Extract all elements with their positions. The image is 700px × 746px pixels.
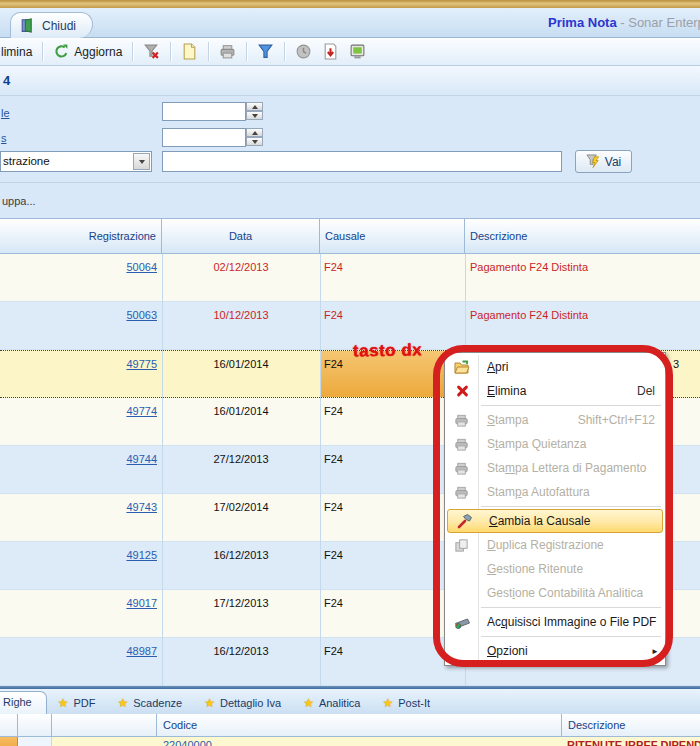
- monitor-button[interactable]: [344, 41, 371, 62]
- page-title: 4: [3, 73, 10, 88]
- registration-link[interactable]: 49775: [0, 358, 157, 370]
- filter-input-2[interactable]: [162, 128, 246, 147]
- filter-input-1[interactable]: [162, 102, 246, 121]
- group-by-text: uppa...: [2, 195, 36, 207]
- filter-button[interactable]: [252, 41, 279, 62]
- star-icon: ★: [303, 697, 314, 709]
- table-row[interactable]: 50064 02/12/2013 F24 Pagamento F24 Disti…: [0, 254, 700, 302]
- tab-pdf[interactable]: ★ PDF: [47, 693, 107, 714]
- spinner-down-icon[interactable]: [246, 111, 263, 120]
- print-button: [214, 41, 241, 62]
- toolbar-separator: [42, 42, 43, 61]
- export-pdf-button[interactable]: [317, 41, 344, 62]
- tab-dettaglio-iva[interactable]: ★ Dettaglio Iva: [193, 693, 292, 714]
- new-document-icon: [181, 43, 198, 60]
- filter-label-2[interactable]: s: [1, 132, 7, 144]
- door-icon: [19, 17, 36, 34]
- subgrid-descrizione: RITENUTE IRPEF DIPENDENTI: [567, 739, 700, 746]
- column-header-descrizione[interactable]: Descrizione: [465, 219, 700, 253]
- bottom-tab-bar: Righe ★ PDF ★ Scadenze ★ Dettaglio Iva ★…: [0, 689, 700, 714]
- aggiorna-button[interactable]: Aggiorna: [48, 41, 127, 62]
- subgrid-empty-header: [18, 714, 52, 736]
- subgrid-header-descrizione[interactable]: Descrizione: [562, 714, 700, 736]
- registration-link[interactable]: 50063: [0, 309, 157, 321]
- row-indicator: [0, 737, 18, 746]
- refresh-icon: [53, 43, 70, 60]
- registration-link[interactable]: 49743: [0, 501, 157, 513]
- context-menu: Apri Elimina Del Stampa Shift+Ctrl+F12: [444, 352, 666, 666]
- spinner-up-icon[interactable]: [246, 128, 263, 137]
- tab-analitica[interactable]: ★ Analitica: [292, 693, 371, 714]
- group-by-bar[interactable]: uppa...: [0, 182, 700, 218]
- registration-link[interactable]: 48987: [0, 645, 157, 657]
- toolbar: limina Aggiorna: [0, 38, 700, 66]
- filter-spinner-2[interactable]: [246, 128, 263, 147]
- clear-filter-icon: [143, 43, 160, 60]
- printer-icon: [454, 485, 469, 500]
- star-icon: ★: [204, 697, 215, 709]
- window-top-strip: [0, 0, 700, 8]
- registration-link[interactable]: 49744: [0, 453, 157, 465]
- dropdown-arrow-icon[interactable]: [133, 153, 150, 170]
- prima-nota-window: Chiudi Prima Nota - Sonar Enterp limina …: [0, 0, 700, 746]
- column-header-data[interactable]: Data: [162, 219, 320, 253]
- menu-item-stampa-lettera: Stampa Lettera di Pagamento: [445, 456, 665, 480]
- elimina-button[interactable]: limina: [0, 43, 37, 61]
- menu-item-apri[interactable]: Apri: [445, 355, 665, 379]
- registration-link[interactable]: 50064: [0, 261, 157, 273]
- menu-item-gestione-contabilita-analitica: Gestione Contabilità Analitica: [445, 581, 665, 605]
- subgrid-header-codice[interactable]: Codice: [157, 714, 562, 736]
- search-field-dropdown[interactable]: strazione: [0, 151, 152, 172]
- grid-header: Registrazione Data Causale Descrizione: [0, 218, 700, 254]
- vai-filter-bolt-icon: [586, 154, 601, 169]
- export-pdf-icon: [322, 43, 339, 60]
- close-tab-label: Chiudi: [42, 19, 76, 33]
- vai-button[interactable]: Vai: [575, 150, 632, 173]
- column-header-registrazione[interactable]: Registrazione: [0, 219, 162, 253]
- new-document-button[interactable]: [176, 41, 203, 62]
- registration-link[interactable]: 49017: [0, 597, 157, 609]
- menu-item-elimina[interactable]: Elimina Del: [445, 379, 665, 403]
- tab-post-it[interactable]: ★ Post-It: [371, 693, 441, 714]
- menu-item-opzioni[interactable]: Opzioni ►: [445, 639, 665, 663]
- registration-link[interactable]: 49125: [0, 549, 157, 561]
- menu-item-duplica-registrazione: Duplica Registrazione: [445, 533, 665, 557]
- spinner-down-icon[interactable]: [246, 137, 263, 146]
- filter-panel: le s strazione Vai: [0, 96, 700, 182]
- submenu-arrow-icon: ►: [651, 647, 659, 656]
- tab-scadenze[interactable]: ★ Scadenze: [107, 693, 194, 714]
- registration-link[interactable]: 49774: [0, 405, 157, 417]
- titlebar: Chiudi Prima Nota - Sonar Enterp: [0, 8, 700, 38]
- delete-icon: [455, 384, 469, 398]
- app-title-sub: - Sonar Enterp: [620, 15, 700, 30]
- printer-icon: [454, 413, 469, 428]
- toolbar-separator: [246, 42, 247, 61]
- menu-item-stampa: Stampa Shift+Ctrl+F12: [445, 408, 665, 432]
- open-folder-icon: [454, 359, 470, 375]
- menu-separator: [481, 506, 661, 507]
- dropdown-value: strazione: [3, 155, 50, 167]
- star-icon: ★: [118, 697, 129, 709]
- table-row[interactable]: 50063 10/12/2013 F24 Pagamento F24 Disti…: [0, 302, 700, 350]
- page-header: 4: [0, 66, 700, 96]
- spinner-up-icon[interactable]: [246, 102, 263, 111]
- star-icon: ★: [58, 697, 69, 709]
- codice-link[interactable]: 22040000: [163, 739, 212, 746]
- subgrid-row[interactable]: 22040000 RITENUTE IRPEF DIPENDENTI: [0, 737, 700, 746]
- menu-item-stampa-autofattura: Stampa Autofattura: [445, 480, 665, 504]
- subgrid-empty-header: [52, 714, 157, 736]
- menu-item-cambia-causale[interactable]: Cambia la Causale: [447, 509, 663, 533]
- filter-icon: [257, 43, 274, 60]
- menu-item-acquisisci-immagine[interactable]: Acquisisci Immagine o File PDF: [445, 610, 665, 634]
- tab-righe[interactable]: Righe: [0, 691, 47, 714]
- toolbar-separator: [284, 42, 285, 61]
- clear-filter-button[interactable]: [138, 41, 165, 62]
- column-header-causale[interactable]: Causale: [320, 219, 465, 253]
- filter-label-1[interactable]: le: [1, 107, 10, 119]
- filter-spinner-1[interactable]: [246, 102, 263, 121]
- search-value-input[interactable]: [162, 151, 562, 172]
- clipped-cell-fragment: 3: [673, 358, 679, 370]
- close-tab[interactable]: Chiudi: [10, 12, 93, 38]
- app-title: Prima Nota - Sonar Enterp: [548, 15, 700, 30]
- subgrid-indicator-header: [0, 714, 18, 736]
